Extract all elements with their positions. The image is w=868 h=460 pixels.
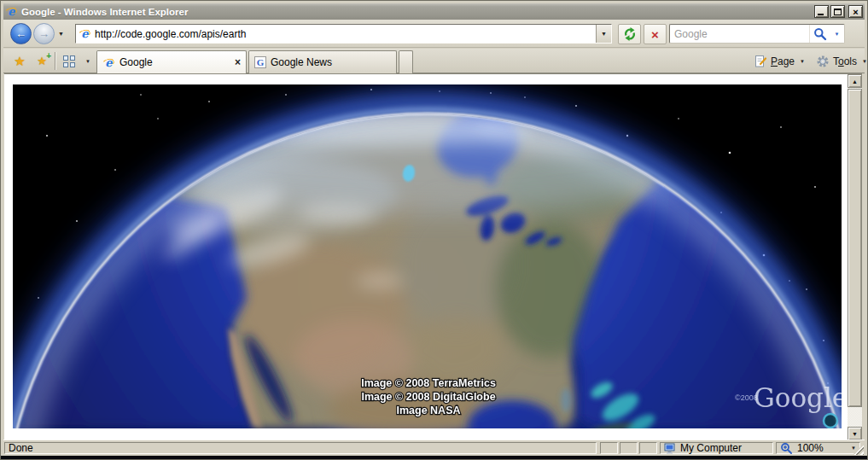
quick-tabs-grid-icon — [63, 55, 75, 67]
add-favorite-star-icon: ★ — [37, 55, 47, 67]
chevron-down-icon: ▼ — [851, 445, 856, 451]
status-text-pane: Done — [4, 442, 597, 454]
browser-window: e Google - Windows Internet Explorer × ←… — [0, 0, 868, 460]
tools-menu-button[interactable]: Tools ▼ — [813, 52, 868, 71]
favorites-center-button[interactable]: ★ — [9, 51, 30, 71]
status-pane — [639, 442, 657, 454]
chevron-down-icon: ▼ — [835, 32, 840, 37]
refresh-icon — [622, 26, 638, 42]
window-bottom-edge — [1, 456, 867, 460]
new-tab-stub[interactable] — [399, 50, 413, 73]
vertical-scrollbar[interactable]: ▲ ▼ — [848, 74, 862, 440]
zoom-control[interactable]: 100% ▼ — [776, 442, 860, 454]
plus-icon: + — [46, 51, 51, 61]
address-bar: e ▼ — [75, 24, 612, 44]
search-box: ▼ — [669, 24, 845, 44]
triangle-down-icon: ▼ — [852, 431, 858, 437]
chevron-down-icon: ▼ — [85, 59, 90, 64]
favorites-star-icon: ★ — [14, 54, 25, 69]
attribution-line-2: Image © 2008 DigitalGlobe — [361, 391, 495, 403]
search-input[interactable] — [670, 28, 809, 40]
google-g-favicon: G — [254, 56, 266, 68]
refresh-button[interactable] — [618, 24, 641, 44]
tab-label: Google News — [271, 56, 391, 68]
stop-button[interactable]: × — [644, 24, 667, 44]
scroll-down-button[interactable]: ▼ — [848, 427, 862, 440]
back-button[interactable]: ← — [10, 23, 32, 44]
minimize-button[interactable] — [814, 5, 829, 18]
zoom-magnifier-icon — [780, 442, 793, 455]
quick-tabs-button[interactable] — [59, 51, 79, 71]
tab-label: Google — [119, 56, 231, 68]
status-text: Done — [9, 442, 33, 454]
forward-button[interactable]: → — [33, 23, 55, 44]
tab-bar: ★ ★ + ▼ e Google × G Google News — [3, 49, 865, 73]
minimize-icon — [818, 14, 824, 15]
tab-favicon-ie-icon: e — [102, 56, 115, 69]
ie-logo-icon: e — [5, 5, 18, 18]
page-icon — [754, 55, 767, 68]
my-computer-icon — [664, 443, 676, 454]
status-pane — [620, 442, 638, 454]
address-dropdown-button[interactable]: ▼ — [596, 25, 611, 43]
chevron-down-icon: ▼ — [800, 59, 805, 64]
attribution-line-1: Image © 2008 TerraMetrics — [361, 377, 496, 389]
gear-icon — [816, 55, 830, 68]
history-dropdown-icon[interactable]: ▼ — [58, 31, 64, 37]
page-favicon-ie-icon: e — [79, 27, 91, 40]
triangle-up-icon: ▲ — [852, 79, 858, 84]
tab-list-dropdown[interactable]: ▼ — [82, 51, 94, 71]
zoom-level: 100% — [797, 442, 824, 454]
page-label: Page — [771, 55, 795, 67]
stop-icon: × — [651, 27, 659, 42]
earth-globe[interactable]: Image © 2008 TerraMetrics Image © 2008 D… — [13, 84, 842, 428]
scrollbar-thumb[interactable] — [848, 89, 862, 407]
search-options-dropdown[interactable]: ▼ — [830, 25, 844, 43]
search-go-button[interactable] — [809, 25, 830, 43]
streaming-indicator-icon — [824, 414, 837, 428]
security-zone-pane: My Computer — [660, 442, 773, 454]
google-earth-plugin[interactable]: Image © 2008 TerraMetrics Image © 2008 D… — [13, 84, 842, 428]
maximize-icon — [834, 9, 842, 15]
page-content: Image © 2008 TerraMetrics Image © 2008 D… — [4, 73, 862, 440]
tools-label: Tools — [833, 55, 857, 67]
page-menu-button[interactable]: Page ▼ — [751, 52, 808, 71]
search-icon — [813, 27, 827, 41]
status-bar: Done My Computer 100% ▼ — [3, 440, 865, 456]
back-arrow-icon: ← — [15, 27, 26, 40]
tab-close-icon[interactable]: × — [235, 56, 241, 68]
forward-arrow-icon: → — [38, 27, 50, 40]
google-logo-watermark: Google — [754, 382, 842, 413]
maximize-button[interactable] — [830, 5, 845, 18]
tab-google-news[interactable]: G Google News — [248, 50, 397, 73]
navigation-bar: ← → ▼ e ▼ × ▼ — [3, 20, 865, 48]
close-button[interactable]: × — [848, 5, 863, 18]
window-title: Google - Windows Internet Explorer — [21, 7, 813, 17]
close-icon: × — [853, 7, 858, 17]
scroll-up-button[interactable]: ▲ — [848, 74, 862, 88]
tab-google[interactable]: e Google × — [96, 50, 247, 73]
url-input[interactable] — [95, 28, 596, 40]
attribution-line-3: Image NASA — [396, 405, 460, 416]
title-bar[interactable]: e Google - Windows Internet Explorer × — [3, 3, 865, 20]
zone-label: My Computer — [680, 442, 742, 454]
status-pane — [600, 442, 618, 454]
chevron-down-icon: ▼ — [601, 31, 607, 37]
add-favorite-button[interactable]: ★ + — [32, 51, 52, 71]
chevron-down-icon: ▼ — [862, 59, 867, 64]
toolbar-divider — [55, 52, 56, 70]
